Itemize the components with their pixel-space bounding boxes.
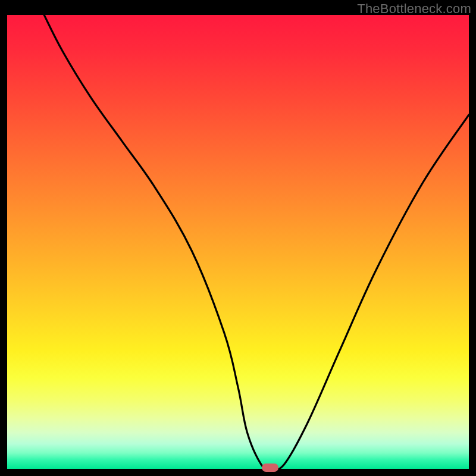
plot-area <box>7 15 469 469</box>
optimum-marker <box>262 464 278 472</box>
curve-svg <box>7 15 469 469</box>
watermark-text: TheBottleneck.com <box>357 1 471 17</box>
bottleneck-curve <box>44 15 469 469</box>
chart-frame: TheBottleneck.com <box>0 0 476 476</box>
